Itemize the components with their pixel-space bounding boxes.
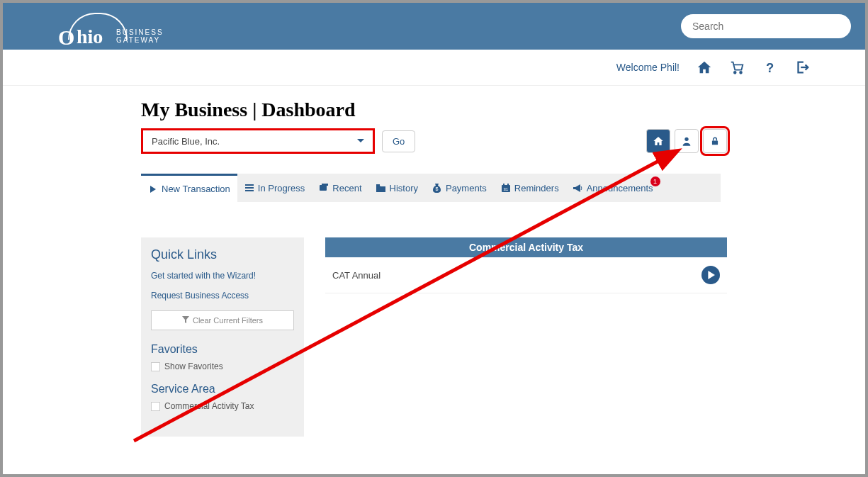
- svg-point-3: [684, 138, 688, 141]
- logo: O hio BUSINESS GATEWAY: [58, 9, 164, 44]
- go-button[interactable]: Go: [382, 130, 415, 152]
- search-input[interactable]: [692, 21, 840, 32]
- top-banner: O hio BUSINESS GATEWAY: [3, 3, 865, 50]
- search-box[interactable]: [681, 14, 851, 38]
- folder-icon: [376, 183, 386, 193]
- business-select-value: Pacific Blue, Inc.: [152, 136, 220, 147]
- tab-new-transaction[interactable]: New Transaction: [141, 174, 237, 202]
- svg-point-0: [734, 72, 736, 74]
- checkbox-icon: [151, 362, 160, 371]
- tab-in-progress[interactable]: In Progress: [237, 174, 312, 202]
- clear-filters-button[interactable]: Clear Current Filters: [151, 310, 294, 330]
- start-transaction-button[interactable]: [701, 266, 720, 284]
- service-area-title: Service Area: [151, 383, 294, 395]
- tab-reminders[interactable]: 31 Reminders: [494, 174, 566, 202]
- service-area-checkbox[interactable]: Commercial Activity Tax: [151, 401, 294, 411]
- quick-links-sidebar: Quick Links Get started with the Wizard!…: [141, 237, 304, 437]
- calendar-icon: 31: [501, 183, 511, 193]
- dashboard-home-button[interactable]: [646, 129, 670, 153]
- section-header: Commercial Activity Tax: [325, 237, 727, 257]
- checkbox-icon: [151, 402, 160, 411]
- business-select[interactable]: Pacific Blue, Inc.: [141, 128, 375, 154]
- svg-rect-5: [245, 184, 254, 186]
- svg-rect-14: [507, 184, 509, 186]
- svg-point-1: [740, 72, 742, 74]
- play-icon: [148, 184, 158, 194]
- recent-icon: [319, 183, 329, 193]
- svg-rect-13: [503, 184, 505, 186]
- lock-button[interactable]: [703, 129, 727, 153]
- request-access-link[interactable]: Request Business Access: [151, 291, 294, 301]
- money-bag-icon: $: [432, 183, 442, 193]
- megaphone-icon: [573, 183, 583, 193]
- svg-rect-9: [322, 184, 328, 186]
- cart-icon[interactable]: [729, 60, 745, 75]
- caret-down-icon: [357, 136, 364, 147]
- svg-text:?: ?: [766, 60, 774, 74]
- user-button[interactable]: [675, 129, 699, 153]
- welcome-bar: Welcome Phil! ?: [3, 50, 865, 86]
- wizard-link[interactable]: Get started with the Wizard!: [151, 271, 294, 281]
- tab-announcements[interactable]: Announcements 1: [566, 174, 660, 202]
- svg-rect-4: [712, 140, 718, 145]
- tab-payments[interactable]: $ Payments: [425, 174, 494, 202]
- announcements-badge: 1: [650, 176, 660, 186]
- svg-rect-7: [245, 190, 254, 191]
- favorites-title: Favorites: [151, 343, 294, 356]
- tab-recent[interactable]: Recent: [312, 174, 368, 202]
- tabs-bar: New Transaction In Progress Recent Histo…: [141, 174, 721, 202]
- svg-text:31: 31: [503, 187, 508, 191]
- tab-history[interactable]: History: [369, 174, 425, 202]
- help-icon[interactable]: ?: [762, 60, 777, 75]
- logout-icon[interactable]: [794, 60, 810, 75]
- svg-rect-6: [245, 187, 254, 189]
- list-icon: [244, 183, 254, 193]
- transaction-row: CAT Annual: [325, 257, 727, 293]
- page-title: My Business | Dashboard: [141, 99, 727, 121]
- svg-text:$: $: [436, 186, 439, 191]
- transaction-label: CAT Annual: [332, 270, 381, 281]
- home-icon[interactable]: [697, 60, 712, 75]
- welcome-text: Welcome Phil!: [616, 62, 680, 73]
- quick-links-title: Quick Links: [151, 247, 294, 262]
- show-favorites-checkbox[interactable]: Show Favorites: [151, 361, 294, 371]
- filter-icon: [182, 316, 189, 325]
- svg-rect-8: [320, 185, 327, 191]
- svg-rect-10: [376, 184, 380, 186]
